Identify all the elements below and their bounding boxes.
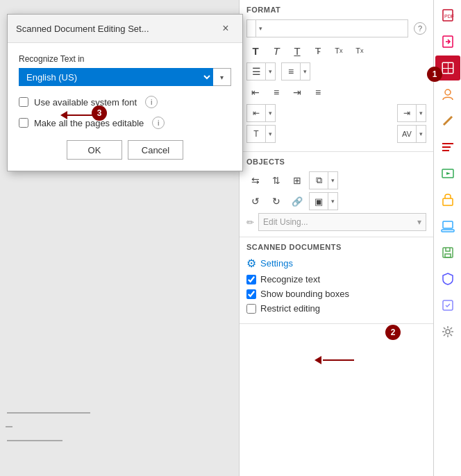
doc-decoration — [7, 412, 90, 414]
edit-using-value: Edit Using... — [263, 217, 308, 227]
toolbar-btn-shield[interactable] — [435, 266, 460, 291]
font-dropdown-arrow[interactable]: ▾ — [255, 20, 265, 37]
dialog-close-button[interactable]: × — [217, 20, 234, 37]
restrict-editing-row: Restrict editing — [246, 303, 426, 314]
far-right-toolbar: PDF — [433, 0, 461, 476]
svg-point-8 — [445, 90, 451, 95]
crop-icon[interactable]: ⊞ — [288, 171, 306, 189]
edit-using-dropdown[interactable]: Edit Using... ▾ — [258, 213, 426, 231]
svg-rect-9 — [442, 143, 453, 144]
make-editable-row: Make all the pages editable i — [19, 117, 231, 129]
link-icon[interactable]: 🔗 — [288, 192, 306, 210]
numbered-list-icon: ≡ — [282, 63, 300, 80]
indent-right-btn[interactable]: ⇥ ▾ — [397, 104, 426, 122]
flip-h-icon[interactable]: ⇆ — [246, 171, 265, 189]
align-justify-icon[interactable]: ≡ — [309, 83, 327, 101]
toolbar-btn-package[interactable] — [435, 187, 460, 212]
bullet-list-btn[interactable]: ☰ ▾ — [246, 62, 276, 80]
use-system-font-checkbox[interactable] — [19, 97, 28, 107]
toolbar-btn-export[interactable] — [435, 29, 460, 54]
indent-left-arrow[interactable]: ▾ — [265, 105, 275, 121]
scanned-title: SCANNED DOCUMENTS — [246, 243, 426, 251]
show-bounding-boxes-label[interactable]: Show bounding boxes — [260, 289, 349, 299]
gear-icon: ⚙ — [246, 257, 256, 270]
list-row: ☰ ▾ ≡ ▾ — [246, 62, 426, 80]
rotate-ccw-icon[interactable]: ↺ — [246, 192, 265, 210]
indent-left-btn[interactable]: ⇤ ▾ — [246, 104, 276, 122]
text-style-btn[interactable]: T ▾ — [246, 125, 276, 143]
text-bold-icon[interactable]: T — [246, 42, 265, 60]
toolbar-btn-layout[interactable] — [435, 56, 460, 80]
svg-point-20 — [446, 330, 450, 334]
bullet-list-arrow[interactable]: ▾ — [265, 63, 275, 80]
cancel-button[interactable]: Cancel — [128, 140, 183, 160]
recognize-text-label[interactable]: Recognize text — [260, 274, 320, 284]
align-right-icon[interactable]: ⇥ — [288, 83, 306, 101]
toolbar-btn-edit[interactable] — [435, 108, 460, 133]
svg-text:PDF: PDF — [444, 14, 454, 19]
font-dropdown[interactable]: ▾ — [246, 19, 408, 37]
show-bounding-boxes-checkbox[interactable] — [246, 289, 256, 299]
dialog: Scanned Document Editing Set... × Recogn… — [7, 14, 243, 171]
numbered-list-btn[interactable]: ≡ ▾ — [281, 62, 310, 80]
text-underline-icon[interactable]: T — [288, 42, 306, 60]
group-arrow[interactable]: ▾ — [328, 193, 337, 210]
toolbar-btn-pdf[interactable]: PDF — [435, 3, 460, 28]
arrange-icon: ⧉ — [310, 172, 328, 189]
text-italic-icon[interactable]: T — [267, 42, 285, 60]
svg-rect-4 — [443, 63, 448, 68]
arrange-arrow[interactable]: ▾ — [328, 172, 337, 189]
align-left-icon[interactable]: ⇤ — [246, 83, 265, 101]
language-select[interactable]: English (US) English (UK) French German … — [19, 68, 213, 86]
make-editable-checkbox[interactable] — [19, 118, 28, 128]
toolbar-btn-search[interactable] — [435, 135, 460, 160]
text-strikethrough-icon[interactable]: T̵ — [309, 42, 327, 60]
recognize-text-checkbox[interactable] — [246, 275, 256, 284]
text-subscript-icon[interactable]: Tx — [330, 42, 348, 60]
svg-rect-15 — [443, 221, 453, 228]
objects-section: OBJECTS ⇆ ⇅ ⊞ ⧉ ▾ ↺ ↻ 🔗 ▣ ▾ — [240, 152, 433, 237]
toolbar-btn-save[interactable] — [435, 240, 460, 265]
svg-rect-16 — [442, 230, 454, 232]
dialog-buttons: OK Cancel — [19, 140, 231, 160]
pencil-icon: ✏ — [246, 217, 254, 228]
toolbar-btn-settings[interactable] — [435, 319, 460, 344]
toolbar-btn-media[interactable] — [435, 161, 460, 186]
make-editable-label[interactable]: Make all the pages editable — [34, 118, 144, 128]
svg-rect-7 — [449, 69, 453, 73]
use-system-font-label[interactable]: Use available system font — [34, 97, 137, 108]
flip-v-icon[interactable]: ⇅ — [267, 171, 285, 189]
av-arrow[interactable]: ▾ — [416, 126, 426, 142]
text-style-arrow[interactable]: ▾ — [265, 126, 275, 142]
group-btn[interactable]: ▣ ▾ — [309, 192, 338, 210]
rotate-cw-icon[interactable]: ↻ — [267, 192, 285, 210]
doc-decoration2 — [6, 426, 12, 427]
toolbar-btn-stamp[interactable] — [435, 214, 460, 239]
svg-rect-6 — [443, 69, 448, 73]
indent-right-arrow[interactable]: ▾ — [416, 105, 426, 121]
numbered-list-arrow[interactable]: ▾ — [300, 63, 310, 80]
doc-decoration3 — [7, 440, 62, 441]
make-editable-info-icon[interactable]: i — [152, 117, 165, 129]
toolbar-btn-user[interactable] — [435, 82, 460, 107]
recognize-text-field-label: Recognize Text in — [19, 54, 231, 64]
restrict-editing-label[interactable]: Restrict editing — [260, 303, 320, 314]
use-system-font-info-icon[interactable]: i — [145, 96, 158, 108]
language-select-arrow[interactable]: ▾ — [213, 68, 231, 86]
av-icon: AV — [398, 126, 416, 142]
font-row: ▾ ? — [246, 19, 426, 37]
dialog-titlebar: Scanned Document Editing Set... × — [8, 15, 242, 43]
settings-row[interactable]: ⚙ Settings — [246, 257, 426, 270]
toolbar-btn-action[interactable] — [435, 293, 460, 318]
svg-rect-11 — [442, 150, 449, 151]
align-center-icon[interactable]: ≡ — [267, 83, 285, 101]
restrict-editing-checkbox[interactable] — [246, 304, 256, 314]
svg-rect-14 — [443, 198, 453, 205]
text-superscript-icon[interactable]: Tx — [351, 42, 369, 60]
av-btn[interactable]: AV ▾ — [397, 125, 426, 143]
font-info-icon[interactable]: ? — [414, 22, 426, 35]
bullet-list-icon: ☰ — [247, 63, 265, 80]
main-container: FORMAT ▾ ? T T T T̵ Tx Tx ☰ — [0, 0, 461, 476]
arrange-btn[interactable]: ⧉ ▾ — [309, 171, 338, 189]
ok-button[interactable]: OK — [67, 140, 122, 160]
